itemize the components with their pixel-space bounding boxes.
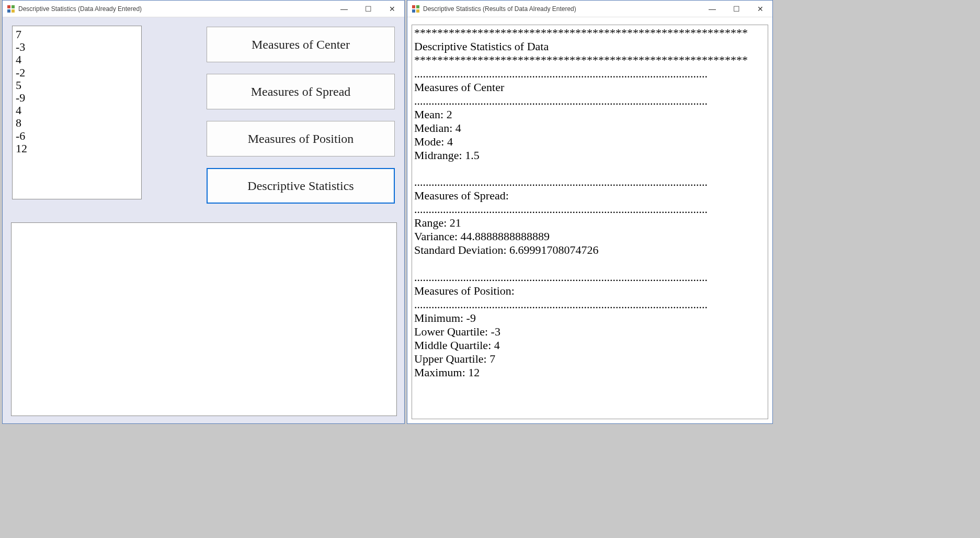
svg-rect-0 [7, 5, 10, 8]
titlebar-left[interactable]: Descriptive Statistics (Data Already Ent… [3, 1, 404, 17]
descriptive-statistics-button[interactable]: Descriptive Statistics [207, 168, 395, 204]
svg-rect-2 [7, 9, 10, 13]
maximize-button[interactable]: ☐ [356, 1, 380, 17]
measures-of-center-button[interactable]: Measures of Center [207, 27, 395, 62]
app-icon [7, 5, 15, 13]
close-button[interactable]: ✕ [748, 1, 772, 17]
results-textbox[interactable]: ****************************************… [412, 25, 768, 419]
svg-rect-4 [412, 5, 415, 8]
window-results: Descriptive Statistics (Results of Data … [407, 0, 773, 424]
measures-of-spread-button[interactable]: Measures of Spread [207, 74, 395, 109]
window-title-left: Descriptive Statistics (Data Already Ent… [18, 5, 332, 13]
svg-rect-5 [416, 5, 419, 8]
window-data-entry: Descriptive Statistics (Data Already Ent… [2, 0, 405, 424]
close-button[interactable]: ✕ [380, 1, 404, 17]
client-area-left: 7 -3 4 -2 5 -9 4 8 -6 12 Measures of Cen… [3, 17, 404, 423]
button-stack: Measures of Center Measures of Spread Me… [207, 27, 395, 204]
svg-rect-6 [412, 9, 415, 13]
maximize-button[interactable]: ☐ [724, 1, 748, 17]
window-controls-left: — ☐ ✕ [332, 1, 404, 17]
minimize-button[interactable]: — [700, 1, 724, 17]
measures-of-position-button[interactable]: Measures of Position [207, 121, 395, 156]
svg-rect-3 [12, 9, 15, 13]
minimize-button[interactable]: — [332, 1, 356, 17]
data-listbox[interactable]: 7 -3 4 -2 5 -9 4 8 -6 12 [12, 26, 142, 199]
svg-rect-7 [416, 9, 419, 13]
output-textbox[interactable] [11, 222, 397, 416]
window-controls-right: — ☐ ✕ [700, 1, 772, 17]
app-icon [412, 5, 420, 13]
titlebar-right[interactable]: Descriptive Statistics (Results of Data … [407, 1, 772, 17]
svg-rect-1 [12, 5, 15, 8]
client-area-right: ****************************************… [407, 17, 772, 423]
window-title-right: Descriptive Statistics (Results of Data … [423, 5, 700, 13]
